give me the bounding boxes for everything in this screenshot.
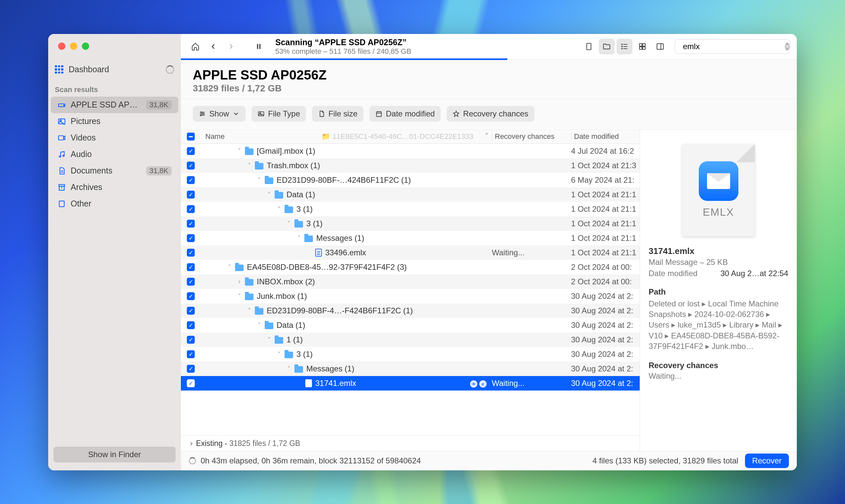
folder-row[interactable]: ✓˅Data (1)1 Oct 2024 at 21:1 [181,187,640,202]
row-checkbox[interactable]: ✓ [187,176,195,184]
disclosure-icon[interactable]: ˅ [296,235,301,242]
row-checkbox[interactable]: ✓ [187,278,195,286]
row-checkbox[interactable]: ✓ [187,191,195,199]
row-name: Data (1) [286,190,315,199]
folder-icon [265,178,273,184]
folder-row[interactable]: ✓˅Messages (1)1 Oct 2024 at 21:1 [181,231,640,246]
show-in-finder-button[interactable]: Show in Finder [53,447,176,463]
column-recovery[interactable]: Recovery chances [492,132,571,141]
mail-app-icon [699,161,738,201]
file-row[interactable]: ✓31741.emlx👁#Waiting...30 Aug 2024 at 2: [181,376,640,391]
view-list-button[interactable] [617,39,632,54]
disclosure-icon[interactable]: ˅ [286,220,291,227]
file-size-filter-button[interactable]: File size [312,106,364,122]
row-checkbox[interactable]: ✓ [187,162,195,169]
disclosure-icon[interactable]: ˅ [286,365,291,372]
folder-row[interactable]: ✓˅3 (1)1 Oct 2024 at 21:1 [181,216,640,231]
sidebar-item-apple-ssd-ap02-[interactable]: APPLE SSD AP02…31,8K [51,97,178,113]
disclosure-icon[interactable]: ˅ [257,177,261,184]
file-row[interactable]: ✓33496.emlxWaiting...1 Oct 2024 at 21:1 [181,246,640,260]
disclosure-icon[interactable]: ˅ [277,350,281,358]
date-modified-filter-button[interactable]: Date modified [369,106,441,122]
svg-rect-4 [58,136,64,140]
clear-search-icon[interactable]: ✕ [785,42,790,51]
search-input[interactable] [683,42,781,51]
dashboard-link[interactable]: Dashboard [55,65,109,74]
row-checkbox[interactable]: ✓ [187,205,195,213]
folder-row[interactable]: ✓˅EA45E08D-DBE8-45…92-37F9F421F4F2 (3)2 … [181,260,640,274]
eye-icon[interactable]: 👁 [470,380,477,388]
folder-row[interactable]: ✓˅ED231D99-80BF-4…-F424B6F11F2C (1)30 Au… [181,304,640,318]
column-date[interactable]: Date modified [571,132,640,141]
search-field[interactable]: ✕ [675,39,790,54]
select-all-checkbox[interactable] [187,132,195,141]
row-checkbox[interactable]: ✓ [187,321,195,329]
disclosure-icon[interactable]: ˅ [237,147,242,155]
file-type-filter-button[interactable]: File Type [251,106,306,122]
disclosure-icon[interactable]: ˅ [257,322,261,329]
svg-point-5 [59,156,60,157]
row-checkbox[interactable]: ✓ [187,292,195,300]
sidebar-item-documents[interactable]: Documents31,8K [51,163,178,179]
folder-row[interactable]: ✓›INBOX.mbox (2)2 Oct 2024 at 00: [181,274,640,289]
forward-button[interactable] [223,39,239,54]
disclosure-icon[interactable]: ˅ [227,264,232,271]
toggle-preview-button[interactable] [652,39,668,54]
sidebar-item-archives[interactable]: Archives [51,179,178,196]
existing-row[interactable]: › Existing - 31825 files / 1,72 GB [181,435,640,451]
row-checkbox[interactable]: ✓ [187,336,195,344]
column-name[interactable]: Name 📁 11E8E5C1-4540-46C…01-DCC4E22E1333… [201,132,492,141]
disclosure-icon[interactable]: ˅ [267,191,271,198]
row-date: 30 Aug 2024 at 2: [571,349,640,359]
view-folder-button[interactable] [599,39,615,54]
row-checkbox[interactable]: ✓ [187,220,195,228]
row-checkbox[interactable]: ✓ [187,379,195,387]
folder-row[interactable]: ✓˅1 (1)30 Aug 2024 at 2: [181,332,640,347]
disclosure-icon[interactable]: ˅ [247,162,251,169]
disclosure-icon[interactable]: ˅ [277,205,281,213]
folder-row[interactable]: ✓˅ED231D99-80BF-…424B6F11F2C (1)6 May 20… [181,173,640,187]
sidebar-item-audio[interactable]: Audio [51,146,178,163]
row-checkbox[interactable]: ✓ [187,147,195,155]
folder-row[interactable]: ✓˅Trash.mbox (1)1 Oct 2024 at 21:3 [181,158,640,173]
view-doc-button[interactable] [581,39,597,54]
scan-subtitle: 53% complete – 511 765 files / 240,85 GB [275,47,411,56]
sidebar-item-other[interactable]: Other [51,196,178,212]
recovery-filter-button[interactable]: Recovery chances [446,106,534,122]
svg-rect-24 [639,47,642,50]
folder-row[interactable]: ✓˅Data (1)30 Aug 2024 at 2: [181,318,640,332]
zoom-window-icon[interactable] [82,42,89,50]
recover-button[interactable]: Recover [745,453,789,468]
home-button[interactable] [188,39,203,54]
show-filter-button[interactable]: Show [193,106,246,122]
disclosure-icon[interactable]: ˅ [247,307,251,314]
back-button[interactable] [205,39,221,54]
row-date: 6 May 2024 at 21: [571,176,640,185]
pause-button[interactable] [251,39,267,54]
minimize-window-icon[interactable] [70,42,77,50]
disclosure-icon[interactable]: › [237,278,242,285]
folder-row[interactable]: ✓˅[Gmail].mbox (1)4 Jul 2024 at 16:2 [181,144,640,158]
row-checkbox[interactable]: ✓ [187,249,195,257]
close-window-icon[interactable] [58,42,65,50]
sidebar-item-pictures[interactable]: Pictures [51,113,178,130]
disclosure-icon[interactable]: ˅ [237,292,242,300]
row-date: 1 Oct 2024 at 21:1 [571,190,640,199]
folder-row[interactable]: ✓˅Messages (1)30 Aug 2024 at 2: [181,361,640,376]
svg-rect-38 [376,111,382,116]
row-checkbox[interactable]: ✓ [187,234,195,242]
sidebar-item-videos[interactable]: Videos [51,130,178,146]
folder-row[interactable]: ✓˅Junk.mbox (1)30 Aug 2024 at 2: [181,289,640,304]
row-checkbox[interactable]: ✓ [187,365,195,373]
sidebar-item-label: Audio [71,149,172,159]
view-grid-button[interactable] [634,39,650,54]
folder-row[interactable]: ✓˅3 (1)30 Aug 2024 at 2: [181,347,640,361]
folder-row[interactable]: ✓˅3 (1)1 Oct 2024 at 21:1 [181,202,640,216]
row-checkbox[interactable]: ✓ [187,307,195,315]
file-list: Name 📁 11E8E5C1-4540-46C…01-DCC4E22E1333… [181,130,640,451]
sidebar-item-label: Archives [71,182,172,192]
hash-icon[interactable]: # [479,380,487,388]
row-checkbox[interactable]: ✓ [187,263,195,271]
row-checkbox[interactable]: ✓ [187,350,195,358]
disclosure-icon[interactable]: ˅ [267,336,271,343]
